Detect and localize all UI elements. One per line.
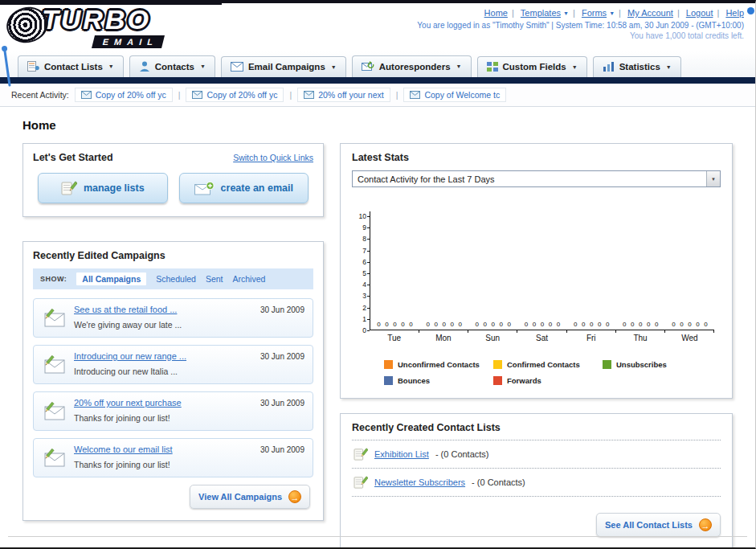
bar-value-label: 0 <box>492 321 495 328</box>
y-axis-label: 9 <box>362 225 370 230</box>
recent-activity-item[interactable]: Copy of 20% off yc <box>186 88 284 102</box>
bar-value-label: 0 <box>704 321 707 328</box>
legend-item: Confirmed Contacts <box>493 360 603 369</box>
statistics-icon <box>603 62 615 72</box>
show-label: SHOW: <box>40 275 67 283</box>
recent-activity-item[interactable]: Copy of Welcome tc <box>403 88 506 102</box>
tab-label: Contact Lists <box>44 62 103 72</box>
y-axis-label: 7 <box>362 248 370 253</box>
campaign-title-link[interactable]: Introducing our new range ... <box>74 351 248 361</box>
top-link-forms[interactable]: Forms <box>582 8 607 18</box>
envelope-pencil-icon <box>42 309 66 328</box>
y-axis-label: 4 <box>362 282 370 287</box>
top-link-templates[interactable]: Templates <box>521 8 561 18</box>
legend-label: Forwards <box>507 376 541 385</box>
bar-value-label: 0 <box>377 321 380 328</box>
tab-statistics[interactable]: Statistics ▼ <box>593 56 681 77</box>
y-axis-label: 0 <box>362 328 370 333</box>
tab-email-campaigns[interactable]: Email Campaigns ▼ <box>221 56 346 77</box>
legend-item: Bounces <box>384 376 493 385</box>
contact-lists-icon <box>27 61 39 72</box>
bar-value-label: 0 <box>631 321 634 328</box>
bar-value-label: 0 <box>458 321 461 328</box>
top-link-my-account[interactable]: My Account <box>627 8 673 18</box>
tab-label: Autoresponders <box>379 62 451 72</box>
contacts-icon <box>139 61 150 72</box>
legend-label: Confirmed Contacts <box>507 360 580 369</box>
top-link-help[interactable]: Help <box>725 8 744 18</box>
caret-down-icon: ▼ <box>200 64 206 69</box>
create-email-button[interactable]: create an email <box>179 173 309 203</box>
filter-scheduled[interactable]: Scheduled <box>156 274 196 284</box>
campaign-list-item: See us at the retail food ... We're givi… <box>33 298 313 338</box>
recent-activity-item[interactable]: Copy of 20% off yc <box>75 88 173 102</box>
stats-period-value: Contact Activity for the Last 7 Days <box>353 174 495 184</box>
legend-label: Bounces <box>398 376 430 385</box>
bar-group: 00000 <box>567 211 616 330</box>
pencil-paper-icon <box>61 181 77 195</box>
bar-group: 00000 <box>468 211 517 330</box>
campaign-date: 30 Jun 2009 <box>260 352 304 361</box>
autoresponders-icon <box>362 61 374 72</box>
manage-lists-button[interactable]: manage lists <box>38 173 168 203</box>
campaign-title-link[interactable]: Welcome to our email list <box>74 445 248 454</box>
view-all-campaigns-button[interactable]: View All Campaigns → <box>190 485 310 509</box>
bar-value-label: 0 <box>647 321 650 328</box>
bar-value-label: 0 <box>606 321 609 328</box>
tab-contacts[interactable]: Contacts ▼ <box>129 55 215 77</box>
bar-value-label: 0 <box>442 321 445 328</box>
main-nav-tabs: Contact Lists ▼ Contacts ▼ Email Campaig… <box>0 51 755 77</box>
filter-archived[interactable]: Archived <box>233 274 266 284</box>
header: TURBO EMAIL Home Templates ▼ Forms ▼ My … <box>0 3 755 51</box>
pencil-paper-icon <box>353 448 368 461</box>
bar-value-label: 0 <box>476 321 479 328</box>
recent-activity-bar: Recent Activity: Copy of 20% off yc | Co… <box>0 84 755 107</box>
top-link-home[interactable]: Home <box>484 8 508 18</box>
campaign-title-link[interactable]: 20% off your next purchase <box>74 398 248 408</box>
campaign-subtitle: Thanks for joining our list! <box>74 413 170 423</box>
legend-swatch-icon <box>384 376 393 385</box>
bar-value-label: 0 <box>598 321 601 328</box>
separator: | <box>289 90 292 100</box>
legend-swatch-icon <box>493 376 502 385</box>
y-axis-label: 2 <box>362 305 370 310</box>
bar-value-label: 0 <box>557 321 560 328</box>
tab-autoresponders[interactable]: Autoresponders ▼ <box>352 55 472 77</box>
tab-label: Contacts <box>155 62 194 72</box>
tab-contact-lists[interactable]: Contact Lists ▼ <box>18 55 124 77</box>
y-axis-label: 8 <box>362 236 370 241</box>
contact-list-link[interactable]: Exhibition List <box>374 449 429 459</box>
bar-value-label: 0 <box>401 321 404 328</box>
y-axis-label: 10 <box>359 214 370 219</box>
nav-accent-bar <box>0 77 755 84</box>
legend-item: Unsubscribes <box>603 360 712 369</box>
top-link-logout[interactable]: Logout <box>686 8 713 18</box>
caret-down-icon: ▼ <box>331 64 337 70</box>
tab-custom-fields[interactable]: Custom Fields ▼ <box>477 56 587 77</box>
contact-list-link[interactable]: Newsletter Subscribers <box>374 477 465 487</box>
main-content: Home Let's Get Started Switch to Quick L… <box>0 107 755 549</box>
bar-value-label: 0 <box>500 321 503 328</box>
see-all-contact-lists-button[interactable]: See All Contact Lists → <box>596 513 721 537</box>
filter-all-campaigns[interactable]: All Campaigns <box>76 272 146 285</box>
bar-value-label: 0 <box>393 321 396 328</box>
bar-value-label: 0 <box>508 321 511 328</box>
custom-fields-icon <box>487 62 498 72</box>
campaign-title-link[interactable]: See us at the retail food ... <box>74 305 248 314</box>
filter-sent[interactable]: Sent <box>206 274 223 284</box>
bar-value-label: 0 <box>590 321 593 328</box>
bar-value-label: 0 <box>688 321 691 328</box>
legend-label: Unconfirmed Contacts <box>398 360 480 369</box>
chart-plot-area: 00000000000000000000000000000000000 <box>370 211 714 330</box>
bar-value-label: 0 <box>655 321 658 328</box>
envelope-icon <box>304 91 314 99</box>
turbo-email-logo[interactable]: TURBO EMAIL <box>6 5 163 48</box>
contact-list-count: - (0 Contacts) <box>435 449 489 459</box>
recent-activity-item[interactable]: 20% off your next <box>297 88 390 102</box>
logo-title: TURBO <box>42 5 163 34</box>
bar-value-label: 0 <box>450 321 453 328</box>
arrow-right-icon: → <box>699 518 712 531</box>
switch-quick-links-link[interactable]: Switch to Quick Links <box>233 153 313 162</box>
stats-period-select[interactable]: Contact Activity for the Last 7 Days ▼ <box>352 170 721 187</box>
x-axis-label: Wed <box>665 334 714 342</box>
